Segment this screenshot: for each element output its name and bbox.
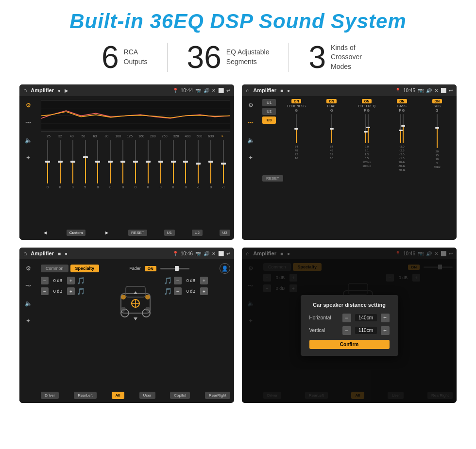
speaker-plus-tl[interactable]: + (67, 277, 75, 284)
dsp-cam-icon[interactable]: 📷 (418, 88, 424, 93)
speaker-btn-copilot[interactable]: Copilot (170, 392, 190, 399)
dsp-reset-btn[interactable]: RESET (262, 175, 283, 182)
speaker-plus-br[interactable]: + (200, 287, 208, 295)
eq-sidebar-wave-icon[interactable]: 〜 (23, 117, 34, 128)
dialog-vertical-plus[interactable]: + (381, 326, 390, 335)
eq-track-200[interactable] (160, 140, 161, 183)
speaker-sidebar-speaker-icon[interactable]: 🔈 (23, 298, 34, 309)
eq-track-500[interactable] (210, 140, 211, 183)
eq-slider-col-630[interactable]: -1 (218, 140, 229, 228)
eq-slider-col-80[interactable]: 0 (104, 140, 116, 228)
eq-slider-col-25[interactable]: 0 (42, 140, 53, 228)
eq-x-icon[interactable]: ✕ (212, 88, 216, 93)
speaker-x-icon[interactable]: ✕ (212, 251, 216, 256)
speaker-back-icon[interactable]: ↩ (226, 251, 230, 256)
eq-sidebar-speaker-icon[interactable]: 🔈 (23, 135, 34, 146)
eq-slider-col-40[interactable]: 0 (67, 140, 79, 228)
eq-track-40[interactable] (72, 140, 73, 183)
dsp-on-loudness[interactable]: ON (291, 99, 302, 103)
eq-screen-icon[interactable]: ⬜ (218, 88, 224, 93)
dsp-sidebar-speaker-icon[interactable]: 🔈 (245, 135, 256, 146)
eq-play-icon[interactable]: ▶ (65, 88, 68, 93)
speaker-minus-br[interactable]: − (174, 287, 182, 295)
speaker-minus-tr[interactable]: − (174, 277, 182, 284)
dsp-slider-bass-f[interactable] (400, 114, 401, 143)
dsp-screen-icon[interactable]: ⬜ (441, 88, 446, 93)
eq-u3-btn[interactable]: U3 (220, 230, 230, 236)
dialog-horizontal-plus[interactable]: + (381, 314, 390, 322)
eq-track-320[interactable] (185, 140, 186, 183)
dialog-confirm-button[interactable]: Confirm (309, 340, 390, 349)
eq-back-icon[interactable]: ↩ (226, 88, 230, 93)
fader-on-btn[interactable]: ON (145, 266, 156, 271)
eq-u1-btn[interactable]: U1 (164, 230, 175, 236)
eq-vol-icon[interactable]: 🔊 (204, 88, 209, 93)
dsp-vol-icon[interactable]: 🔊 (426, 88, 432, 93)
eq-reset-btn[interactable]: RESET (128, 230, 147, 236)
dsp-on-cutfreq[interactable]: ON (362, 99, 372, 103)
eq-sidebar-crossover-icon[interactable]: ✦ (23, 152, 34, 163)
eq-track-630[interactable] (223, 140, 224, 183)
eq-track-80[interactable] (110, 140, 111, 183)
eq-slider-col-320[interactable]: 0 (180, 140, 191, 228)
dsp-slider-sub[interactable] (437, 114, 438, 148)
dsp-preset-u1[interactable]: U1 (262, 99, 276, 106)
eq-slider-col-250[interactable]: 0 (168, 140, 179, 228)
speaker-btn-rearright[interactable]: RearRight (205, 392, 230, 399)
eq-track-250[interactable] (173, 140, 174, 183)
speaker-plus-tr[interactable]: + (200, 277, 208, 284)
dsp-slider-cutfreq-f[interactable] (365, 114, 366, 143)
eq-sidebar-eq-icon[interactable]: ⚙ (23, 100, 34, 111)
dsp-slider-loudness[interactable] (296, 114, 297, 143)
eq-next-btn[interactable]: ▶ (102, 230, 111, 236)
speaker-plus-bl[interactable]: + (67, 287, 75, 295)
dsp-slider-bass-g[interactable] (403, 114, 404, 143)
dialog-horizontal-minus[interactable]: − (342, 314, 351, 322)
speaker-vol-icon[interactable]: 🔊 (204, 251, 209, 256)
eq-track-50[interactable] (85, 140, 86, 183)
eq-track-160[interactable] (148, 140, 149, 183)
speaker-screen-icon[interactable]: ⬜ (218, 251, 224, 256)
eq-slider-col-200[interactable]: 0 (155, 140, 167, 228)
dialog-vertical-minus[interactable]: − (342, 326, 351, 335)
speaker-btn-all[interactable]: All (112, 392, 124, 399)
speaker-btn-driver[interactable]: Driver (41, 392, 59, 399)
eq-slider-col-63[interactable]: 0 (92, 140, 103, 228)
eq-track-25[interactable] (47, 140, 48, 183)
fader-slider[interactable] (160, 268, 189, 269)
eq-slider-col-125[interactable]: 0 (130, 140, 141, 228)
eq-track-32[interactable] (60, 140, 61, 183)
speaker-minus-tl[interactable]: − (41, 277, 49, 284)
speaker-btn-user[interactable]: User (139, 392, 155, 399)
eq-track-125[interactable] (135, 140, 136, 183)
speaker-minus-bl[interactable]: − (41, 287, 49, 295)
eq-slider-col-400[interactable]: -1 (192, 140, 204, 228)
eq-track-100[interactable] (122, 140, 123, 183)
eq-track-400[interactable] (198, 140, 199, 183)
dsp-on-phat[interactable]: ON (326, 99, 337, 103)
eq-custom-btn[interactable]: Custom (67, 230, 86, 236)
dsp-on-bass[interactable]: ON (397, 99, 407, 103)
dsp-slider-cutfreq-g[interactable] (368, 114, 369, 143)
eq-cam-icon[interactable]: 📷 (195, 88, 201, 93)
dsp-back-icon[interactable]: ↩ (449, 88, 453, 93)
dsp-preset-u3[interactable]: U3 (262, 116, 276, 124)
dsp-on-sub[interactable]: ON (432, 99, 442, 103)
speaker-cam-icon[interactable]: 📷 (195, 251, 201, 256)
speaker-tab-common[interactable]: Common (41, 265, 68, 272)
dsp-sidebar-crossover-icon[interactable]: ✦ (245, 152, 256, 163)
speaker-sidebar-eq-icon[interactable]: ⚙ (23, 263, 34, 274)
dsp-sidebar-eq-icon[interactable]: ⚙ (245, 100, 256, 111)
speaker-tab-specialty[interactable]: Specialty (70, 265, 100, 272)
eq-u2-btn[interactable]: U2 (192, 230, 203, 236)
speaker-home-icon[interactable]: ⌂ (23, 250, 27, 257)
eq-home-icon[interactable]: ⌂ (23, 87, 27, 94)
dsp-x-icon[interactable]: ✕ (434, 88, 438, 93)
eq-slider-col-160[interactable]: 0 (142, 140, 154, 228)
speaker-sidebar-crossover-icon[interactable]: ✦ (23, 316, 34, 326)
eq-slider-col-32[interactable]: 0 (54, 140, 66, 228)
speaker-user-icon[interactable]: 👤 (220, 263, 230, 274)
eq-slider-col-100[interactable]: 0 (117, 140, 129, 228)
dsp-slider-phat[interactable] (331, 114, 332, 143)
fader-thumb[interactable] (175, 266, 179, 271)
